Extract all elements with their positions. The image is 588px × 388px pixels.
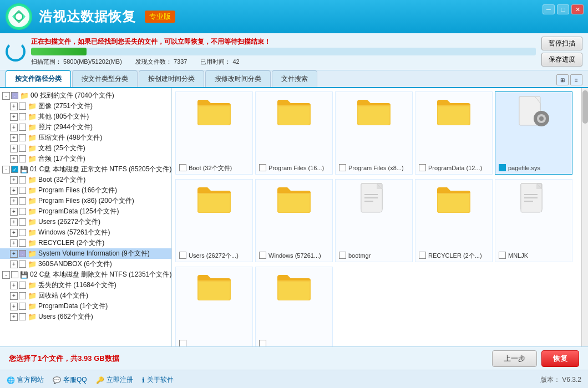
- tree-node-n3[interactable]: +📁照片 (2944个文件): [0, 122, 171, 132]
- grid-item-2-1[interactable]: [255, 267, 333, 346]
- tree-toggle-n8[interactable]: +: [10, 176, 18, 184]
- grid-item-1-1[interactable]: Windows (57261...): [255, 179, 333, 262]
- tree-toggle-n2[interactable]: +: [10, 113, 18, 121]
- tree-checkbox-n9[interactable]: [19, 187, 26, 194]
- tree-checkbox-n1[interactable]: [19, 103, 26, 110]
- grid-item-1-3[interactable]: RECYCLER (2个...): [415, 179, 493, 262]
- tree-node-n14[interactable]: +📁RECYCLER (2个文件): [0, 238, 171, 248]
- grid-item-1-4[interactable]: MNLJK: [495, 179, 572, 262]
- tree-toggle-n6[interactable]: +: [10, 155, 18, 163]
- tree-toggle-n18[interactable]: +: [10, 282, 18, 289]
- tree-toggle-n21[interactable]: +: [10, 313, 18, 321]
- tree-toggle-n7[interactable]: -: [2, 166, 10, 173]
- tab-path[interactable]: 按文件路径分类: [6, 70, 71, 87]
- grid-item-0-0[interactable]: Boot (32个文件): [175, 91, 253, 175]
- tree-checkbox-n8[interactable]: [19, 176, 26, 183]
- tree-checkbox-n14[interactable]: [19, 239, 26, 247]
- tree-checkbox-n19[interactable]: [19, 292, 26, 299]
- tree-checkbox-n18[interactable]: [19, 282, 26, 289]
- tree-toggle-n10[interactable]: +: [10, 197, 18, 205]
- tree-toggle-n3[interactable]: +: [10, 124, 18, 131]
- tree-node-n4[interactable]: +📁压缩文件 (498个文件): [0, 132, 171, 143]
- grid-view-button[interactable]: ⊞: [556, 74, 569, 85]
- tree-checkbox-n20[interactable]: [19, 303, 26, 310]
- tree-toggle-n1[interactable]: +: [10, 103, 18, 110]
- footer-link-2[interactable]: 🔑立即注册: [96, 375, 133, 385]
- tree-node-n0[interactable]: --📁00 找到的文件 (7040个文件): [0, 90, 171, 101]
- grid-checkbox-1-3[interactable]: [419, 252, 426, 259]
- tree-toggle-n20[interactable]: +: [10, 303, 18, 310]
- tree-toggle-n14[interactable]: +: [10, 239, 18, 247]
- grid-checkbox-0-0[interactable]: [179, 164, 186, 171]
- recover-button[interactable]: 恢复: [541, 350, 579, 367]
- tree-checkbox-n3[interactable]: [19, 124, 26, 131]
- tree-checkbox-n6[interactable]: [19, 155, 26, 162]
- tree-toggle-n11[interactable]: +: [10, 208, 18, 216]
- tree-node-n19[interactable]: +📁回收站 (4个文件): [0, 290, 171, 301]
- grid-checkbox-1-1[interactable]: [259, 252, 266, 259]
- scrollbar-thumb[interactable]: [582, 90, 588, 124]
- tree-toggle-n4[interactable]: +: [10, 134, 18, 142]
- maximize-button[interactable]: □: [557, 4, 569, 14]
- tree-toggle-n0[interactable]: -: [2, 92, 10, 100]
- grid-checkbox-2-1[interactable]: [259, 340, 266, 346]
- tree-node-n11[interactable]: +📁ProgramData (1254个文件): [0, 206, 171, 217]
- list-view-button[interactable]: ≡: [570, 74, 582, 85]
- tree-checkbox-n0[interactable]: -: [11, 92, 18, 99]
- tree-node-n8[interactable]: +📁Boot (32个文件): [0, 175, 171, 185]
- tree-toggle-n13[interactable]: +: [10, 229, 18, 237]
- grid-checkbox-0-4[interactable]: [499, 164, 506, 171]
- tree-node-n13[interactable]: +📁Windows (57261个文件): [0, 227, 171, 238]
- tree-checkbox-n17[interactable]: [11, 271, 18, 278]
- tree-node-n7[interactable]: -✓💾01 C盘 本地磁盘 正常文件 NTFS (85205个文件): [0, 164, 171, 175]
- tree-node-n2[interactable]: +📁其他 (805个文件): [0, 111, 171, 122]
- tree-toggle-n9[interactable]: +: [10, 187, 18, 195]
- footer-link-1[interactable]: 💬客服QQ: [53, 375, 87, 385]
- save-progress-button[interactable]: 保存进度: [541, 53, 582, 67]
- tree-checkbox-n12[interactable]: [19, 218, 26, 226]
- grid-checkbox-2-0[interactable]: [179, 340, 186, 346]
- tree-checkbox-n7[interactable]: ✓: [11, 166, 18, 173]
- tree-checkbox-n21[interactable]: [19, 313, 26, 320]
- tree-checkbox-n15[interactable]: -: [19, 250, 26, 257]
- tree-node-n21[interactable]: +📁Users (662个文件): [0, 312, 171, 322]
- grid-checkbox-1-4[interactable]: [499, 252, 506, 259]
- tree-toggle-n16[interactable]: +: [10, 261, 18, 268]
- grid-item-1-0[interactable]: Users (26272个...): [175, 179, 253, 262]
- tree-toggle-n17[interactable]: -: [2, 271, 10, 279]
- tree-checkbox-n5[interactable]: [19, 145, 26, 152]
- tree-checkbox-n4[interactable]: [19, 134, 26, 141]
- tree-node-n16[interactable]: +📁360SANDBOX (6个文件): [0, 259, 171, 269]
- tree-node-n9[interactable]: +📁Program Files (166个文件): [0, 185, 171, 196]
- minimize-button[interactable]: ─: [543, 4, 555, 14]
- tab-search[interactable]: 文件搜索: [272, 70, 317, 87]
- prev-button[interactable]: 上一步: [492, 350, 537, 367]
- grid-checkbox-1-2[interactable]: [339, 252, 346, 259]
- tab-create-time[interactable]: 按创建时间分类: [139, 70, 204, 87]
- tree-checkbox-n16[interactable]: [19, 261, 26, 268]
- tree-node-n12[interactable]: +📁Users (26272个文件): [0, 217, 171, 227]
- grid-item-0-1[interactable]: Program Files (16...): [255, 91, 333, 175]
- tree-toggle-n15[interactable]: +: [10, 250, 18, 258]
- tree-node-n17[interactable]: -💾02 C盘 本地磁盘 删除文件 NTFS (12351个文件): [0, 269, 171, 280]
- grid-item-1-2[interactable]: bootmgr: [335, 179, 413, 262]
- tree-checkbox-n13[interactable]: [19, 229, 26, 236]
- grid-item-0-4[interactable]: pagefile.sys: [495, 91, 572, 175]
- grid-item-0-3[interactable]: ProgramData (12...): [415, 91, 493, 175]
- tree-checkbox-n2[interactable]: [19, 113, 26, 120]
- tree-node-n1[interactable]: +📁图像 (2751个文件): [0, 101, 171, 111]
- tree-node-n5[interactable]: +📁文档 (25个文件): [0, 143, 171, 154]
- grid-checkbox-0-1[interactable]: [259, 164, 266, 171]
- footer-link-3[interactable]: ℹ关于软件: [142, 375, 174, 385]
- tree-toggle-n12[interactable]: +: [10, 218, 18, 226]
- tree-node-n18[interactable]: +📁丢失的文件 (11684个文件): [0, 280, 171, 290]
- tree-node-n10[interactable]: +📁Program Files (x86) (200个文件): [0, 196, 171, 206]
- tree-checkbox-n11[interactable]: [19, 208, 26, 215]
- tab-type[interactable]: 按文件类型分类: [72, 70, 138, 87]
- grid-checkbox-0-2[interactable]: [339, 164, 346, 171]
- grid-item-0-2[interactable]: Program Files (x8...): [335, 91, 413, 175]
- pause-scan-button[interactable]: 暂停扫描: [541, 37, 582, 50]
- grid-checkbox-0-3[interactable]: [419, 164, 426, 171]
- tree-node-n20[interactable]: +📁ProgramData (1个文件): [0, 301, 171, 312]
- tab-modify-time[interactable]: 按修改时间分类: [205, 70, 271, 87]
